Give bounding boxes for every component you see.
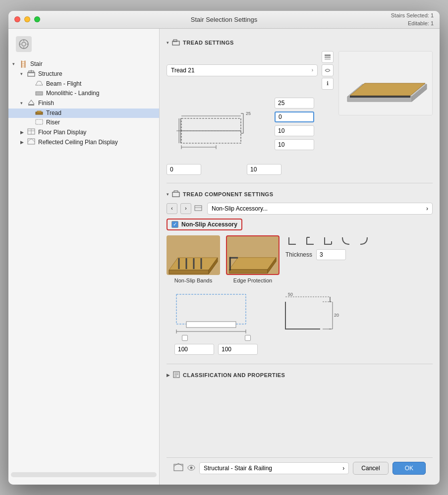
thickness-input[interactable] <box>316 249 346 260</box>
sidebar-item-tread[interactable]: ▾ Tread <box>8 109 159 118</box>
lower-checkbox-right[interactable] <box>245 335 251 341</box>
svg-rect-59 <box>186 322 236 328</box>
component-type-icon <box>194 204 202 213</box>
sidebar-item-finish[interactable]: ▾ Finish <box>8 98 159 109</box>
tread-settings-header: ▾ TREAD SETTINGS <box>167 39 433 47</box>
sidebar-item-reflected[interactable]: ▶ Reflected Ceiling Plan Display <box>8 137 159 147</box>
profile-shapes-row <box>285 235 371 246</box>
reflected-icon <box>27 138 36 146</box>
sidebar-scrollbar[interactable] <box>11 472 157 477</box>
non-slip-checkbox[interactable]: ✓ <box>171 221 178 228</box>
floor-plan-label: Floor Plan Display <box>38 129 86 136</box>
dim-bottom-left1[interactable] <box>174 344 214 355</box>
component-settings-icon <box>172 190 180 199</box>
svg-rect-16 <box>28 139 35 144</box>
right-panel: ▾ TREAD SETTINGS Tread 21 › <box>160 29 440 485</box>
finish-icon <box>27 99 36 108</box>
classification-title: CLASSIFICATION AND PROPERTIES <box>183 372 285 378</box>
edge-protection-option[interactable]: Edge Protection <box>226 235 280 283</box>
structural-dropdown-arrow: › <box>342 465 344 472</box>
structure-label: Structure <box>38 70 62 77</box>
main-layout: ▾ 🪜 Stair ▾ Structure ▾ <box>8 29 440 485</box>
component-settings-title: TREAD COMPONENT SETTINGS <box>183 191 274 197</box>
lower-left-diagram <box>167 289 266 355</box>
visibility-icon <box>187 464 195 472</box>
layers-button[interactable] <box>322 51 334 63</box>
sidebar-item-riser[interactable]: ▾ Riser <box>8 118 159 127</box>
maximize-button[interactable] <box>34 16 40 22</box>
nav-prev-button[interactable]: ‹ <box>167 203 177 214</box>
svg-marker-40 <box>350 96 410 98</box>
tread-3d-preview <box>338 51 433 115</box>
tread-input-val3[interactable] <box>275 125 314 136</box>
svg-rect-42 <box>195 206 202 211</box>
profile-shape-2[interactable] <box>303 235 317 246</box>
monolithic-icon <box>35 90 44 97</box>
svg-rect-41 <box>172 192 179 197</box>
beam-icon <box>35 80 44 88</box>
tread-icon-buttons: ℹ <box>322 51 334 90</box>
tread-diagram: 25 <box>167 94 271 162</box>
structural-label: Structural - Stair & Railing <box>204 465 272 472</box>
svg-rect-11 <box>37 111 41 112</box>
structure-icon <box>27 70 36 78</box>
link-button[interactable] <box>322 64 334 76</box>
ok-button[interactable]: OK <box>392 462 426 475</box>
profile-shape-3[interactable] <box>321 235 335 246</box>
component-dropdown[interactable]: Non-Slip Accessory... › <box>207 203 433 215</box>
classification-arrow: ▶ <box>167 373 170 378</box>
classification-icon <box>173 371 180 380</box>
svg-rect-21 <box>325 58 331 60</box>
finish-label: Finish <box>38 100 54 107</box>
sidebar-item-stair[interactable]: ▾ 🪜 Stair <box>8 59 159 69</box>
tread-input-val1[interactable] <box>275 98 314 109</box>
non-slip-bands-option[interactable]: Non-Slip Bands <box>167 235 220 283</box>
tread-input-val6[interactable] <box>247 164 281 175</box>
bottom-bar: Structural - Stair & Railing › Cancel OK <box>167 457 433 479</box>
sidebar-item-beam-flight[interactable]: ▾ Beam - Flight <box>8 79 159 89</box>
non-slip-bands-label: Non-Slip Bands <box>174 277 212 283</box>
svg-marker-52 <box>229 269 268 273</box>
tread-settings-title: TREAD SETTINGS <box>183 40 234 46</box>
minimize-button[interactable] <box>24 16 30 22</box>
nav-next-button[interactable]: › <box>180 203 191 214</box>
cancel-button[interactable]: Cancel <box>353 462 388 475</box>
tread-input-val4[interactable] <box>275 139 314 150</box>
structural-dropdown[interactable]: Structural - Stair & Railing › <box>199 462 349 474</box>
thickness-row: Thickness <box>285 249 371 260</box>
lower-checkbox-left[interactable] <box>182 335 188 341</box>
nav-prev-icon: ‹ <box>171 206 172 211</box>
svg-marker-45 <box>169 270 209 274</box>
tree-area: ▾ 🪜 Stair ▾ Structure ▾ <box>8 57 159 470</box>
reflected-label: Reflected Ceiling Plan Display <box>38 139 118 146</box>
riser-icon <box>35 119 44 126</box>
profile-shape-5[interactable] <box>357 235 371 246</box>
tread-label: Tread <box>46 110 61 116</box>
close-button[interactable] <box>14 16 20 22</box>
non-slip-label: Non-Slip Accessory <box>181 221 237 228</box>
tread-dropdown[interactable]: Tread 21 › <box>167 64 318 76</box>
editable-info: Editable: 1 <box>391 19 434 28</box>
tread-input-val5[interactable] <box>167 164 201 175</box>
tread-icon <box>35 110 44 117</box>
stair-label: Stair <box>30 60 43 67</box>
svg-rect-22 <box>181 118 241 131</box>
profile-shape-1[interactable] <box>285 235 299 246</box>
info-button[interactable]: ℹ <box>322 78 334 90</box>
sidebar-item-floor-plan[interactable]: ▶ Floor Plan Display <box>8 127 159 137</box>
profile-shapes-area: Thickness <box>285 235 371 260</box>
svg-point-1 <box>22 42 26 46</box>
tread-input-val2[interactable] <box>275 111 314 122</box>
sidebar-item-structure[interactable]: ▾ Structure <box>8 69 159 79</box>
settings-icon <box>16 36 32 52</box>
tread-settings-icon <box>172 39 180 47</box>
profile-shape-4[interactable] <box>339 235 353 246</box>
component-dropdown-value: Non-Slip Accessory... <box>212 205 268 212</box>
bottom-settings-icon <box>173 463 183 474</box>
dim-bottom-left2[interactable] <box>218 344 258 355</box>
stairs-selected-info: Stairs Selected: 1 <box>391 11 434 20</box>
monolithic-landing-label: Monolithic - Landing <box>46 90 99 97</box>
sidebar: ▾ 🪜 Stair ▾ Structure ▾ <box>8 29 160 485</box>
sidebar-item-monolithic-landing[interactable]: ▾ Monolithic - Landing <box>8 89 159 98</box>
tread-dropdown-arrow: › <box>312 67 313 73</box>
